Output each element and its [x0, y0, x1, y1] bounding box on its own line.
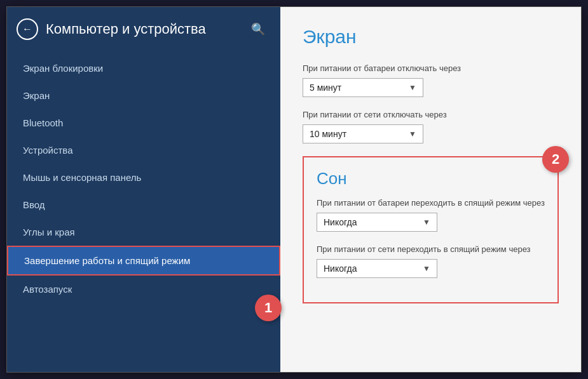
sidebar-item-screen[interactable]: Экран: [7, 82, 280, 109]
chevron-down-icon-4: ▼: [423, 264, 430, 273]
battery-off-value: 5 минут: [310, 83, 409, 93]
search-button[interactable]: 🔍: [249, 20, 268, 39]
sidebar-item-lock-screen[interactable]: Экран блокировки: [7, 55, 280, 82]
network-off-dropdown[interactable]: 10 минут ▼: [303, 124, 423, 143]
network-off-setting: При питании от сети отключать через 10 м…: [303, 110, 559, 143]
network-sleep-label: При питании от сети переходить в спящий …: [317, 244, 545, 254]
page-title: Экран: [303, 26, 559, 48]
battery-off-setting: При питании от батареи отключать через 5…: [303, 63, 559, 97]
network-off-value: 10 минут: [310, 129, 409, 139]
network-sleep-value: Никогда: [324, 263, 423, 274]
battery-sleep-dropdown[interactable]: Никогда ▼: [317, 213, 437, 232]
app-window: ← Компьютер и устройства 🔍 Экран блокиро…: [6, 6, 582, 373]
sleep-section-title: Сон: [317, 169, 545, 189]
sidebar-item-bluetooth[interactable]: Bluetooth: [7, 109, 280, 136]
chevron-down-icon-3: ▼: [423, 218, 430, 227]
badge-1: 1: [255, 295, 282, 321]
sidebar-item-input[interactable]: Ввод: [7, 191, 280, 218]
battery-sleep-value: Никогда: [324, 217, 423, 227]
sidebar-item-devices[interactable]: Устройства: [7, 136, 280, 164]
main-content: Экран При питании от батареи отключать ч…: [280, 7, 581, 372]
back-icon: ←: [22, 23, 32, 35]
battery-off-dropdown[interactable]: 5 минут ▼: [303, 78, 423, 97]
battery-sleep-label: При питании от батареи переходить в спящ…: [317, 198, 545, 208]
badge-2: 2: [542, 146, 569, 173]
chevron-down-icon-2: ▼: [409, 130, 416, 138]
sidebar-item-mouse[interactable]: Мышь и сенсорная панель: [7, 164, 280, 191]
sidebar-item-corners[interactable]: Углы и края: [7, 218, 280, 246]
sidebar-nav: Экран блокировки Экран Bluetooth Устройс…: [7, 51, 280, 303]
battery-sleep-setting: При питании от батареи переходить в спящ…: [317, 198, 545, 232]
network-sleep-setting: При питании от сети переходить в спящий …: [317, 244, 545, 278]
sidebar-item-shutdown[interactable]: Завершение работы и спящий режим: [7, 246, 280, 276]
sidebar-title: Компьютер и устройства: [46, 21, 241, 37]
back-button[interactable]: ←: [17, 18, 38, 40]
network-off-label: При питании от сети отключать через: [303, 110, 559, 119]
chevron-down-icon: ▼: [409, 83, 416, 92]
sidebar: ← Компьютер и устройства 🔍 Экран блокиро…: [7, 7, 280, 372]
sidebar-header: ← Компьютер и устройства 🔍: [7, 7, 280, 51]
sleep-section: 2 Сон При питании от батареи переходить …: [303, 156, 559, 303]
battery-off-label: При питании от батареи отключать через: [303, 63, 559, 73]
sidebar-item-autostart[interactable]: Автозапуск: [7, 276, 280, 303]
network-sleep-dropdown[interactable]: Никогда ▼: [317, 259, 437, 278]
